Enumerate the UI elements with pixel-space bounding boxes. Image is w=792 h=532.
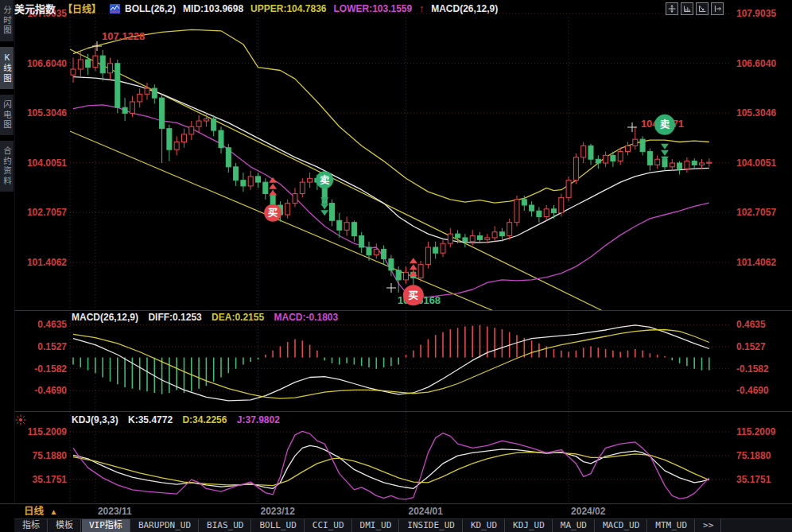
tab-VIP指标[interactable]: VIP指标 [81,519,130,532]
tab-MA_UD[interactable]: MA_UD [553,519,595,532]
boll-mid-value: MID:103.9698 [183,3,243,14]
main-y-tick: 106.6040 [736,58,789,69]
tab->>[interactable]: >> [695,519,721,532]
indicator-chart-icon [110,4,120,14]
macd-name: MACD(26,12,9) [72,312,138,323]
main-y-tick: 104.0051 [16,157,67,169]
svg-text:买: 买 [268,208,278,219]
x-axis-scale-icon[interactable] [681,2,693,15]
sidebar-item-1[interactable]: K线图 [0,47,14,89]
x-axis-date: 2023/12 [261,504,295,518]
period-label: 日线 [24,506,44,517]
instrument-title: 美元指数 [14,1,56,16]
y-axis-scale-icon[interactable] [696,2,709,15]
boll-label: BOLL(26,2) [125,3,176,14]
tab-MACD_UD[interactable]: MACD_UD [595,519,647,532]
main-y-tick: 105.3046 [736,107,789,118]
macd-y-tick: -0.1582 [16,363,67,375]
period-tag: 【日线】 [63,2,101,15]
header-toolbar [666,2,724,15]
tab-CCI_UD[interactable]: CCI_UD [305,519,352,532]
kdj-k-value: K:35.4772 [128,414,173,425]
macd-y-tick: 0.4635 [736,319,789,330]
kdj-name: KDJ(9,3,3) [72,414,118,425]
tab-INSIDE_UD[interactable]: INSIDE_UD [399,519,463,532]
macd-y-tick: 0.4635 [16,319,67,330]
svg-text:卖: 卖 [320,174,330,186]
macd-panel-header: MACD(26,12,9) DIFF:0.1253 DEA:0.2155 MAC… [72,312,345,323]
kdj-y-tick: 35.1751 [16,474,67,485]
macd-y-tick: 0.1527 [736,341,789,352]
macd-y-tick: -0.4690 [16,385,67,396]
tab-KD_UD[interactable]: KD_UD [463,519,505,532]
kdj-y-tick: 115.2009 [736,426,789,437]
collapse-right-icon[interactable] [711,2,724,15]
sidebar-item-0[interactable]: 分时图 [0,0,14,41]
macd-diff-value: DIFF:0.1253 [148,312,201,323]
macd-label: MACD(26,12,9) [431,3,498,14]
sidebar-item-2[interactable]: 闪电图 [0,95,14,136]
x-axis-date: 2024/02 [571,504,605,518]
kdj-y-tick: 75.1880 [736,450,789,461]
x-axis-date: 2024/01 [409,504,443,518]
macd-dea-value: DEA:0.2155 [212,312,264,323]
sidebar-item-3[interactable]: 合约资料 [0,141,14,192]
main-y-tick: 101.4062 [736,257,789,268]
main-y-tick: 102.7057 [16,207,67,218]
macd-y-tick: 0.1527 [16,341,67,352]
svg-text:买: 买 [409,290,419,301]
tab-BOLL_UD[interactable]: BOLL_UD [251,519,304,532]
kdj-y-tick: 35.1751 [736,474,789,485]
main-y-tick: 101.4062 [16,257,67,268]
main-y-tick: 104.0051 [736,157,789,169]
up-arrow-icon: ↑ [419,3,424,14]
kdj-j-value: J:37.9802 [237,414,280,425]
boll-lower-value: LOWER:103.1559 [333,3,412,14]
period-arrow-icon: ▲ [50,507,58,516]
tab-BARUPDN_UD[interactable]: BARUPDN_UD [130,519,199,532]
chart-header: 美元指数 【日线】 BOLL(26,2) MID:103.9698 UPPER:… [14,0,792,17]
main-y-tick: 102.7057 [736,207,789,218]
chart-type-sidebar: 分时图K线图闪电图合约资料 [0,0,14,532]
x-axis-strip: 日线 ▲ 2023/112023/122024/012024/02 [0,503,792,518]
tab-BIAS_UD[interactable]: BIAS_UD [199,519,251,532]
macd-y-tick: -0.1582 [736,363,789,375]
kdj-d-value: D:34.2256 [182,414,227,425]
kdj-panel-header: KDJ(9,3,3) K:35.4772 D:34.2256 J:37.9802 [72,414,287,425]
indicator-settings-icon[interactable] [15,414,26,429]
boll-upper-value: UPPER:104.7836 [250,3,326,14]
macd-macd-value: MACD:-0.1803 [274,312,338,323]
macd-y-tick: -0.4690 [736,385,789,396]
main-y-tick: 106.6040 [16,58,67,69]
kdj-y-tick: 75.1880 [16,450,67,461]
pan-icon[interactable] [666,2,678,15]
price-annotation: 107.1228 [102,30,145,42]
x-axis-date: 2023/11 [98,504,132,518]
tab-模板[interactable]: 模板 [48,519,81,532]
svg-text:卖: 卖 [660,118,670,130]
tab-指标[interactable]: 指标 [14,519,48,532]
chart-canvas[interactable]: 107.1228104.6171100.6168买卖买卖 [0,0,792,532]
tab-MTM_UD[interactable]: MTM_UD [647,519,695,532]
tab-DMI_UD[interactable]: DMI_UD [352,519,400,532]
tab-KDJ_UD[interactable]: KDJ_UD [505,519,553,532]
trading-terminal: 107.1228104.6171100.6168买卖买卖 分时图K线图闪电图合约… [0,0,792,532]
indicator-tabbar: 指标模板VIP指标BARUPDN_UDBIAS_UDBOLL_UDCCI_UDD… [14,518,792,532]
main-y-tick: 105.3046 [16,107,67,118]
period-selector[interactable]: 日线 ▲ [24,504,57,519]
